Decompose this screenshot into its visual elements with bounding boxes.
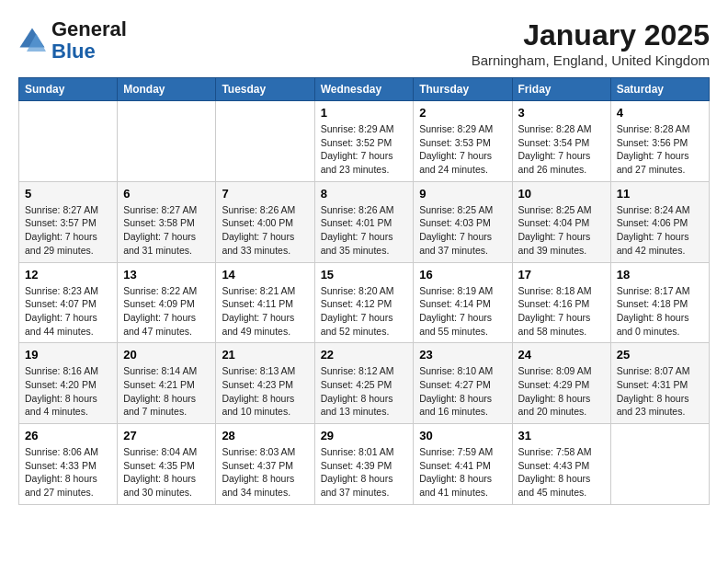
calendar-cell: 18Sunrise: 8:17 AM Sunset: 4:18 PM Dayli… <box>610 262 709 343</box>
calendar-cell: 5Sunrise: 8:27 AM Sunset: 3:57 PM Daylig… <box>19 181 118 262</box>
calendar-cell: 6Sunrise: 8:27 AM Sunset: 3:58 PM Daylig… <box>118 181 216 262</box>
day-number: 20 <box>123 348 210 362</box>
calendar-header-row: SundayMondayTuesdayWednesdayThursdayFrid… <box>19 78 710 101</box>
day-info: Sunrise: 8:28 AM Sunset: 3:54 PM Dayligh… <box>518 122 605 177</box>
calendar-cell: 9Sunrise: 8:25 AM Sunset: 4:03 PM Daylig… <box>414 181 512 262</box>
logo-icon <box>18 27 46 54</box>
day-number: 8 <box>321 187 408 201</box>
day-number: 11 <box>617 187 703 201</box>
calendar-header-sunday: Sunday <box>19 78 118 101</box>
header: General Blue January 2025 Barningham, En… <box>18 18 710 68</box>
calendar-cell: 2Sunrise: 8:29 AM Sunset: 3:53 PM Daylig… <box>414 101 512 182</box>
calendar-cell <box>216 101 314 182</box>
day-info: Sunrise: 8:29 AM Sunset: 3:53 PM Dayligh… <box>419 122 506 177</box>
day-number: 27 <box>123 429 210 442</box>
calendar-cell: 27Sunrise: 8:04 AM Sunset: 4:35 PM Dayli… <box>118 424 216 505</box>
calendar-cell: 20Sunrise: 8:14 AM Sunset: 4:21 PM Dayli… <box>118 343 216 424</box>
day-info: Sunrise: 8:13 AM Sunset: 4:23 PM Dayligh… <box>222 364 308 419</box>
day-info: Sunrise: 8:20 AM Sunset: 4:12 PM Dayligh… <box>321 284 408 339</box>
day-info: Sunrise: 8:03 AM Sunset: 4:37 PM Dayligh… <box>222 445 308 500</box>
calendar-cell: 3Sunrise: 8:28 AM Sunset: 3:54 PM Daylig… <box>512 101 610 182</box>
day-info: Sunrise: 8:19 AM Sunset: 4:14 PM Dayligh… <box>419 284 506 339</box>
day-info: Sunrise: 7:58 AM Sunset: 4:43 PM Dayligh… <box>518 445 605 500</box>
calendar-cell: 22Sunrise: 8:12 AM Sunset: 4:25 PM Dayli… <box>314 343 414 424</box>
calendar-header-saturday: Saturday <box>610 78 709 101</box>
calendar-cell: 12Sunrise: 8:23 AM Sunset: 4:07 PM Dayli… <box>19 262 118 343</box>
calendar-cell: 26Sunrise: 8:06 AM Sunset: 4:33 PM Dayli… <box>19 424 118 505</box>
calendar-cell: 23Sunrise: 8:10 AM Sunset: 4:27 PM Dayli… <box>414 343 512 424</box>
calendar-cell: 16Sunrise: 8:19 AM Sunset: 4:14 PM Dayli… <box>414 262 512 343</box>
calendar-cell: 24Sunrise: 8:09 AM Sunset: 4:29 PM Dayli… <box>512 343 610 424</box>
day-info: Sunrise: 8:25 AM Sunset: 4:04 PM Dayligh… <box>518 203 605 258</box>
calendar-header-thursday: Thursday <box>414 78 512 101</box>
calendar: SundayMondayTuesdayWednesdayThursdayFrid… <box>18 77 710 505</box>
calendar-header-tuesday: Tuesday <box>216 78 314 101</box>
calendar-cell <box>19 101 118 182</box>
day-number: 12 <box>25 268 111 282</box>
day-info: Sunrise: 8:01 AM Sunset: 4:39 PM Dayligh… <box>321 445 408 500</box>
calendar-week-row: 1Sunrise: 8:29 AM Sunset: 3:52 PM Daylig… <box>19 101 710 182</box>
calendar-cell: 28Sunrise: 8:03 AM Sunset: 4:37 PM Dayli… <box>216 424 314 505</box>
calendar-cell: 19Sunrise: 8:16 AM Sunset: 4:20 PM Dayli… <box>19 343 118 424</box>
logo-general-text: General <box>51 17 127 40</box>
day-number: 14 <box>222 268 308 282</box>
day-info: Sunrise: 8:26 AM Sunset: 4:00 PM Dayligh… <box>222 203 308 258</box>
day-number: 29 <box>321 429 408 442</box>
calendar-cell: 17Sunrise: 8:18 AM Sunset: 4:16 PM Dayli… <box>512 262 610 343</box>
day-info: Sunrise: 8:27 AM Sunset: 3:58 PM Dayligh… <box>123 203 210 258</box>
day-info: Sunrise: 8:21 AM Sunset: 4:11 PM Dayligh… <box>222 284 308 339</box>
day-number: 17 <box>518 268 605 282</box>
day-number: 30 <box>419 429 506 442</box>
calendar-cell: 15Sunrise: 8:20 AM Sunset: 4:12 PM Dayli… <box>314 262 414 343</box>
day-info: Sunrise: 8:18 AM Sunset: 4:16 PM Dayligh… <box>518 284 605 339</box>
day-number: 13 <box>123 268 210 282</box>
calendar-header-wednesday: Wednesday <box>314 78 414 101</box>
title-area: January 2025 Barningham, England, United… <box>472 18 710 68</box>
day-info: Sunrise: 8:12 AM Sunset: 4:25 PM Dayligh… <box>321 364 408 419</box>
day-info: Sunrise: 8:25 AM Sunset: 4:03 PM Dayligh… <box>419 203 506 258</box>
calendar-cell: 10Sunrise: 8:25 AM Sunset: 4:04 PM Dayli… <box>512 181 610 262</box>
calendar-cell <box>610 424 709 505</box>
day-info: Sunrise: 8:14 AM Sunset: 4:21 PM Dayligh… <box>123 364 210 419</box>
calendar-cell: 8Sunrise: 8:26 AM Sunset: 4:01 PM Daylig… <box>314 181 414 262</box>
logo-blue-text: Blue <box>51 40 96 63</box>
month-title: January 2025 <box>472 18 710 52</box>
day-number: 21 <box>222 348 308 362</box>
calendar-cell: 7Sunrise: 8:26 AM Sunset: 4:00 PM Daylig… <box>216 181 314 262</box>
day-number: 31 <box>518 429 605 442</box>
calendar-cell: 30Sunrise: 7:59 AM Sunset: 4:41 PM Dayli… <box>414 424 512 505</box>
calendar-header-friday: Friday <box>512 78 610 101</box>
logo: General Blue <box>18 18 127 63</box>
day-info: Sunrise: 8:04 AM Sunset: 4:35 PM Dayligh… <box>123 445 210 500</box>
day-number: 2 <box>419 106 506 120</box>
calendar-cell <box>118 101 216 182</box>
day-info: Sunrise: 8:09 AM Sunset: 4:29 PM Dayligh… <box>518 364 605 419</box>
day-info: Sunrise: 8:07 AM Sunset: 4:31 PM Dayligh… <box>617 364 703 419</box>
day-info: Sunrise: 8:16 AM Sunset: 4:20 PM Dayligh… <box>25 364 111 419</box>
day-number: 19 <box>25 348 111 362</box>
day-info: Sunrise: 8:26 AM Sunset: 4:01 PM Dayligh… <box>321 203 408 258</box>
day-number: 25 <box>617 348 703 362</box>
day-number: 16 <box>419 268 506 282</box>
day-info: Sunrise: 8:27 AM Sunset: 3:57 PM Dayligh… <box>25 203 111 258</box>
day-info: Sunrise: 8:24 AM Sunset: 4:06 PM Dayligh… <box>617 203 703 258</box>
day-info: Sunrise: 8:28 AM Sunset: 3:56 PM Dayligh… <box>617 122 703 177</box>
day-number: 28 <box>222 429 308 442</box>
location: Barningham, England, United Kingdom <box>472 52 710 68</box>
calendar-cell: 31Sunrise: 7:58 AM Sunset: 4:43 PM Dayli… <box>512 424 610 505</box>
day-info: Sunrise: 8:22 AM Sunset: 4:09 PM Dayligh… <box>123 284 210 339</box>
day-info: Sunrise: 8:10 AM Sunset: 4:27 PM Dayligh… <box>419 364 506 419</box>
day-number: 5 <box>25 187 111 201</box>
day-number: 24 <box>518 348 605 362</box>
calendar-cell: 14Sunrise: 8:21 AM Sunset: 4:11 PM Dayli… <box>216 262 314 343</box>
calendar-week-row: 5Sunrise: 8:27 AM Sunset: 3:57 PM Daylig… <box>19 181 710 262</box>
day-number: 22 <box>321 348 408 362</box>
day-number: 7 <box>222 187 308 201</box>
day-number: 18 <box>617 268 703 282</box>
day-number: 26 <box>25 429 111 442</box>
calendar-week-row: 12Sunrise: 8:23 AM Sunset: 4:07 PM Dayli… <box>19 262 710 343</box>
day-number: 6 <box>123 187 210 201</box>
day-info: Sunrise: 7:59 AM Sunset: 4:41 PM Dayligh… <box>419 445 506 500</box>
calendar-cell: 1Sunrise: 8:29 AM Sunset: 3:52 PM Daylig… <box>314 101 414 182</box>
day-info: Sunrise: 8:29 AM Sunset: 3:52 PM Dayligh… <box>321 122 408 177</box>
